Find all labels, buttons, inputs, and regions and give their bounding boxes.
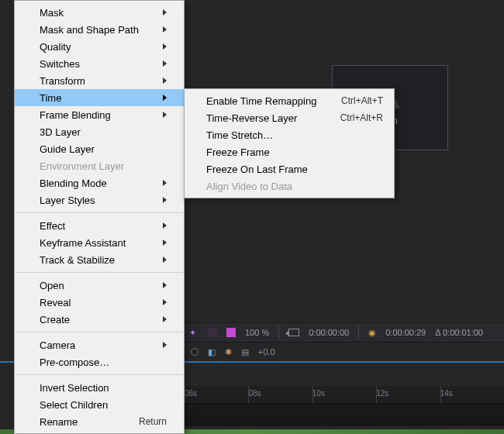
- menu-item-environment-layer: Environment Layer: [15, 157, 184, 174]
- menu-item-label: Switches: [40, 58, 80, 70]
- layer-context-menu: MaskMask and Shape PathQualitySwitchesTr…: [14, 0, 185, 434]
- menu-item-label: Open: [40, 280, 64, 291]
- menu-item-label: 3D Layer: [40, 126, 81, 138]
- menu-item-label: Quality: [40, 41, 71, 53]
- timecode-delta: Δ 0:00:01:00: [435, 328, 483, 337]
- menu-item-mask-shape-path[interactable]: Mask and Shape Path: [15, 21, 184, 38]
- info-bar: ◧ ✱ ▤ +0.0: [185, 343, 504, 361]
- submenu-arrow-icon: [163, 60, 167, 67]
- menu-item-label: Camera: [40, 339, 75, 351]
- menu-item-label: Time Stretch…: [206, 129, 273, 141]
- menu-item-blending-mode[interactable]: Blending Mode: [15, 174, 184, 191]
- menu-item-label: Blending Mode: [40, 177, 107, 189]
- menu-item-label: Effect: [40, 220, 65, 232]
- menu-item-time[interactable]: Time: [15, 89, 184, 106]
- submenu-arrow-icon: [163, 180, 167, 186]
- menu-item-track-stabilize[interactable]: Track & Stabilize: [15, 251, 184, 268]
- menu-item-label: Environment Layer: [40, 160, 124, 172]
- menu-separator: [16, 374, 183, 375]
- menu-item-label: Transform: [40, 75, 85, 87]
- submenu-item-time-reverse-layer[interactable]: Time-Reverse LayerCtrl+Alt+R: [185, 109, 394, 126]
- menu-item-label: Freeze On Last Frame: [206, 164, 308, 175]
- menu-item-label: Invert Selection: [40, 382, 109, 394]
- timecode-end: 0:00:00:29: [385, 328, 426, 337]
- status-dot-icon: [191, 348, 198, 356]
- menu-item-switches[interactable]: Switches: [15, 55, 184, 72]
- menu-item-label: Rename: [40, 416, 78, 428]
- gpu-icon[interactable]: ◧: [208, 347, 216, 357]
- menu-item-label: Reveal: [40, 297, 71, 308]
- ruler-tick-label: 14s: [440, 389, 453, 398]
- menu-item-transform[interactable]: Transform: [15, 72, 184, 89]
- menu-item-frame-blending[interactable]: Frame Blending: [15, 106, 184, 123]
- menu-item-mask[interactable]: Mask: [15, 4, 184, 21]
- transparency-grid-icon[interactable]: ✦: [189, 328, 198, 337]
- menu-item-label: Track & Stabilize: [40, 254, 115, 266]
- submenu-item-align-video-to-data: Align Video to Data: [185, 177, 394, 195]
- preview-toolbar: ✦ 100 % 0:00:00:00 ◉ 0:00:00:29 Δ 0:00:0…: [185, 322, 504, 343]
- time-submenu: Enable Time RemappingCtrl+Alt+TTime-Reve…: [184, 88, 395, 198]
- menu-item-label: Keyframe Assistant: [40, 237, 126, 249]
- menu-item-effect[interactable]: Effect: [15, 217, 184, 234]
- submenu-arrow-icon: [163, 299, 167, 305]
- menu-item-shortcut: Return: [139, 416, 167, 427]
- submenu-item-freeze-frame[interactable]: Freeze Frame: [185, 143, 394, 160]
- menu-item-label: Enable Time Remapping: [206, 95, 316, 107]
- menu-item-pre-compose[interactable]: Pre-compose…: [15, 353, 184, 370]
- menu-item-layer-styles[interactable]: Layer Styles: [15, 191, 184, 208]
- camera-icon[interactable]: [288, 329, 299, 336]
- menu-separator: [16, 332, 183, 332]
- submenu-arrow-icon: [163, 257, 167, 263]
- submenu-arrow-icon: [163, 197, 167, 203]
- menu-separator: [16, 272, 183, 273]
- render-icon[interactable]: ▤: [241, 347, 249, 357]
- submenu-arrow-icon: [163, 112, 167, 118]
- submenu-arrow-icon: [163, 95, 167, 101]
- menu-item-3d-layer[interactable]: 3D Layer: [15, 123, 184, 140]
- menu-item-label: Pre-compose…: [40, 356, 109, 368]
- submenu-item-enable-time-remapping[interactable]: Enable Time RemappingCtrl+Alt+T: [185, 92, 394, 109]
- submenu-arrow-icon: [163, 342, 167, 348]
- toolbar-separator: [358, 326, 359, 339]
- submenu-arrow-icon: [163, 9, 167, 16]
- menu-item-label: Mask and Shape Path: [40, 24, 139, 36]
- submenu-arrow-icon: [163, 26, 167, 33]
- ruler-tick-label: 10s: [312, 389, 325, 398]
- menu-item-quality[interactable]: Quality: [15, 38, 184, 55]
- submenu-arrow-icon: [163, 282, 167, 288]
- menu-item-label: Frame Blending: [40, 109, 111, 121]
- menu-item-rename[interactable]: RenameReturn: [15, 413, 184, 430]
- menu-item-invert-selection[interactable]: Invert Selection: [15, 379, 184, 396]
- menu-item-reveal[interactable]: Reveal: [15, 294, 184, 311]
- submenu-arrow-icon: [163, 222, 167, 229]
- fx-icon[interactable]: ✱: [225, 347, 232, 357]
- menu-separator: [16, 212, 183, 213]
- ruler-tick-label: 08s: [248, 389, 261, 398]
- menu-item-label: Select Children: [40, 399, 108, 411]
- toolbar-separator: [278, 326, 279, 339]
- menu-item-label: Layer Styles: [40, 195, 95, 206]
- timeline-tracks[interactable]: [185, 403, 504, 426]
- timeline-ruler[interactable]: 06s 08s 10s 12s 14s: [185, 386, 504, 403]
- zoom-value[interactable]: 100 %: [245, 328, 269, 337]
- menu-item-label: Mask: [40, 7, 64, 19]
- submenu-arrow-icon: [163, 239, 167, 246]
- menu-item-guide-layer[interactable]: Guide Layer: [15, 140, 184, 157]
- color-swatch-magenta[interactable]: [226, 328, 236, 337]
- menu-item-keyframe-assistant[interactable]: Keyframe Assistant: [15, 234, 184, 251]
- snapshot-icon[interactable]: ◉: [368, 328, 376, 338]
- color-swatch-dark[interactable]: [208, 328, 217, 337]
- menu-item-label: Freeze Frame: [206, 146, 270, 158]
- timecode-current[interactable]: 0:00:00:00: [309, 328, 349, 337]
- menu-item-create[interactable]: Create: [15, 311, 184, 328]
- menu-item-shortcut: Ctrl+Alt+R: [340, 112, 383, 123]
- menu-item-label: Create: [40, 314, 70, 326]
- submenu-item-time-stretch[interactable]: Time Stretch…: [185, 126, 394, 143]
- menu-item-camera[interactable]: Camera: [15, 336, 184, 353]
- menu-item-label: Align Video to Data: [206, 181, 292, 192]
- menu-item-label: Time-Reverse Layer: [206, 112, 297, 124]
- submenu-item-freeze-on-last-frame[interactable]: Freeze On Last Frame: [185, 160, 394, 177]
- menu-item-open[interactable]: Open: [15, 277, 184, 294]
- submenu-arrow-icon: [163, 43, 167, 50]
- menu-item-select-children[interactable]: Select Children: [15, 396, 184, 413]
